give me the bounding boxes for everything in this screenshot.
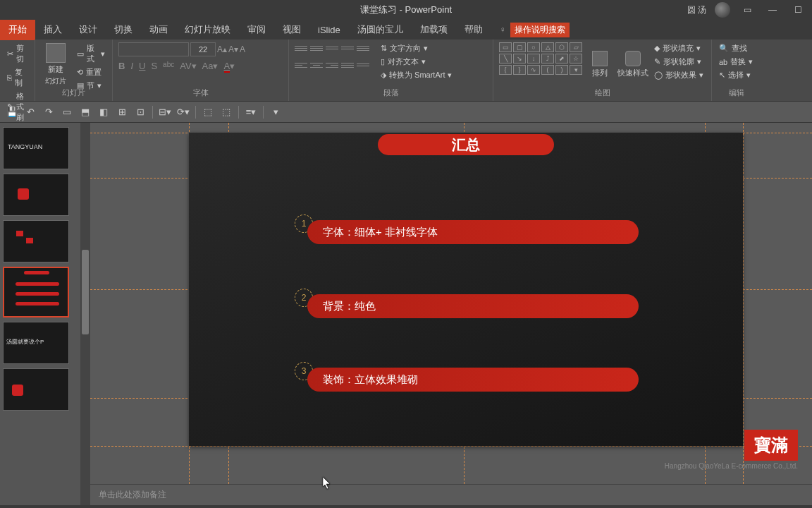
bold-button[interactable]: B <box>118 61 125 71</box>
watermark: 寶滿 Hangzhou QiaoYeLa E-commerce Co.,Ltd. <box>665 430 798 470</box>
qat-icon-1[interactable]: ▭ <box>61 106 73 119</box>
indent-dec-button[interactable] <box>326 42 338 54</box>
qat-save-icon[interactable]: 💾 <box>6 106 18 119</box>
quick-access-toolbar: 💾 ↶ ↷ ▭ ⬒ ◧ ⊞ ⊡ ⊟▾ ⟳▾ ⬚ ⬚ ≡▾ ▾ <box>0 102 812 123</box>
tab-help[interactable]: 帮助 <box>456 19 491 40</box>
clear-format-icon[interactable]: A <box>240 44 245 54</box>
copy-button[interactable]: ⎘ 复制 <box>6 66 29 89</box>
thumbnail-slide[interactable] <box>3 220 69 262</box>
paragraph-group-label: 段落 <box>295 86 487 98</box>
current-slide[interactable]: 汇总 1 字体：细体+ 非衬线字体 2 背景：纯色 3 装饰：立体效果堆砌 <box>189 133 743 446</box>
thumbnail-slide[interactable] <box>3 174 69 216</box>
new-slide-button[interactable]: 新建 幻灯片 <box>41 42 71 86</box>
user-name[interactable]: 圆 汤 <box>687 4 706 16</box>
indent-inc-button[interactable] <box>341 42 354 54</box>
qat-distribute-icon[interactable]: ≡▾ <box>245 106 257 119</box>
qat-ungroup-icon[interactable]: ⬚ <box>220 106 233 119</box>
layout-button[interactable]: ▭ 版式 ▾ <box>75 42 106 65</box>
char-spacing-button[interactable]: AV▾ <box>180 61 196 71</box>
smartart-button[interactable]: ⬗ 转换为 SmartArt ▾ <box>379 69 453 81</box>
qat-icon-4[interactable]: ⊞ <box>116 106 128 119</box>
increase-font-icon[interactable]: A▴ <box>217 44 227 54</box>
arrange-icon <box>592 51 608 66</box>
columns-button[interactable] <box>357 59 369 71</box>
qat-more-icon[interactable]: ▾ <box>269 106 282 119</box>
thumbnail-slide[interactable] <box>3 368 69 411</box>
quick-styles-button[interactable]: 快速样式 <box>617 42 648 86</box>
thumbnail-scrollbar[interactable] <box>80 123 90 505</box>
strike-button[interactable]: S <box>151 61 157 71</box>
new-slide-icon <box>46 43 66 63</box>
tab-transition[interactable]: 切换 <box>106 19 141 40</box>
change-case-button[interactable]: Aa▾ <box>202 61 219 71</box>
content-pill-1[interactable]: 字体：细体+ 非衬线字体 <box>307 220 639 244</box>
shape-outline-button[interactable]: ✎ 形状轮廓 ▾ <box>653 56 705 68</box>
align-left-button[interactable] <box>295 59 307 71</box>
shadow-button[interactable]: abc <box>163 61 174 71</box>
notes-pane[interactable]: 单击此处添加备注 <box>90 484 812 505</box>
underline-button[interactable]: U <box>139 61 145 71</box>
content-pill-2[interactable]: 背景：纯色 <box>307 294 639 318</box>
tab-slideshow[interactable]: 幻灯片放映 <box>176 19 239 40</box>
slide-canvas[interactable]: 汇总 1 字体：细体+ 非衬线字体 2 背景：纯色 3 装饰：立体效果堆砌 寶滿… <box>90 123 812 484</box>
select-button[interactable]: ↖ 选择 ▾ <box>718 69 756 81</box>
align-text-button[interactable]: ▯ 对齐文本 ▾ <box>379 56 453 68</box>
qat-align-icon[interactable]: ⊟▾ <box>159 106 171 119</box>
tab-custom1[interactable]: 汤圆的宝儿 <box>349 19 412 40</box>
tab-home[interactable]: 开始 <box>0 19 35 40</box>
tab-islide[interactable]: iSlide <box>309 20 349 40</box>
qat-icon-2[interactable]: ⬒ <box>79 106 92 119</box>
qat-icon-3[interactable]: ◧ <box>97 106 110 119</box>
maximize-icon[interactable]: ☐ <box>789 1 806 18</box>
reset-button[interactable]: ⟲ 重置 <box>75 66 106 78</box>
font-size-input[interactable] <box>190 42 216 56</box>
lightbulb-icon: ♀ <box>500 25 506 35</box>
bullets-button[interactable] <box>295 42 307 54</box>
tab-view[interactable]: 视图 <box>274 19 309 40</box>
align-justify-button[interactable] <box>341 59 354 71</box>
drawing-group-label: 绘图 <box>499 86 706 98</box>
qat-icon-5[interactable]: ⊡ <box>134 106 147 119</box>
qat-undo-icon[interactable]: ↶ <box>24 106 37 119</box>
ribbon: ✂ 剪切 ⎘ 复制 ✎ 格式刷 板 新建 幻灯片 ▭ 版式 ▾ ⟲ 重置 ▤ 节… <box>0 40 812 102</box>
user-avatar[interactable] <box>715 2 730 18</box>
decrease-font-icon[interactable]: A▾ <box>228 44 238 54</box>
qat-group-icon[interactable]: ⬚ <box>202 106 214 119</box>
font-family-select[interactable] <box>118 42 189 56</box>
thumbnail-slide[interactable]: 汤圆就要说个P <box>3 322 69 364</box>
cut-button[interactable]: ✂ 剪切 <box>6 42 29 65</box>
align-right-button[interactable] <box>326 59 338 71</box>
tab-addins[interactable]: 加载项 <box>412 19 456 40</box>
tab-design[interactable]: 设计 <box>70 19 106 40</box>
replace-button[interactable]: ab 替换 ▾ <box>718 56 756 68</box>
tab-animation[interactable]: 动画 <box>141 19 176 40</box>
slide-title-shape[interactable]: 汇总 <box>378 134 554 155</box>
font-color-button[interactable]: A▾ <box>224 61 235 71</box>
qat-rotate-icon[interactable]: ⟳▾ <box>177 106 190 119</box>
numbering-button[interactable] <box>310 42 323 54</box>
tell-me-search[interactable]: ♀ 操作说明搜索 <box>500 23 570 37</box>
shapes-gallery[interactable]: ▭▢○△⬡▱ ╲↘↓⤴⬈☆ {}∿()▾ <box>499 42 582 75</box>
slide-thumbnails: TANGYUAN 汤圆就要说个P <box>0 123 90 505</box>
text-direction-button[interactable]: ⇅ 文字方向 ▾ <box>379 42 453 54</box>
qat-redo-icon[interactable]: ↷ <box>42 106 55 119</box>
content-pill-3[interactable]: 装饰：立体效果堆砌 <box>307 368 639 392</box>
align-center-button[interactable] <box>310 59 323 71</box>
slide-editor: 汇总 1 字体：细体+ 非衬线字体 2 背景：纯色 3 装饰：立体效果堆砌 寶滿… <box>90 123 812 505</box>
ribbon-tabs: 开始 插入 设计 切换 动画 幻灯片放映 审阅 视图 iSlide 汤圆的宝儿 … <box>0 20 812 40</box>
thumbnail-slide[interactable]: TANGYUAN <box>3 127 69 169</box>
line-spacing-button[interactable] <box>357 42 369 54</box>
editing-group-label: 编辑 <box>718 86 756 98</box>
tab-review[interactable]: 审阅 <box>239 19 274 40</box>
shape-fill-button[interactable]: ◆ 形状填充 ▾ <box>653 42 705 54</box>
arrange-button[interactable]: 排列 <box>586 42 613 86</box>
find-button[interactable]: 🔍 查找 <box>718 42 756 54</box>
minimize-icon[interactable]: — <box>764 1 781 18</box>
watermark-sub: Hangzhou QiaoYeLa E-commerce Co.,Ltd. <box>665 462 798 470</box>
shape-effects-button[interactable]: ◯ 形状效果 ▾ <box>653 69 705 81</box>
thumbnail-slide-current[interactable] <box>3 267 69 318</box>
ribbon-options-icon[interactable]: ▭ <box>739 1 756 18</box>
tab-insert[interactable]: 插入 <box>35 19 70 40</box>
slides-group-label: 幻灯片 <box>41 86 106 98</box>
italic-button[interactable]: I <box>130 61 133 71</box>
